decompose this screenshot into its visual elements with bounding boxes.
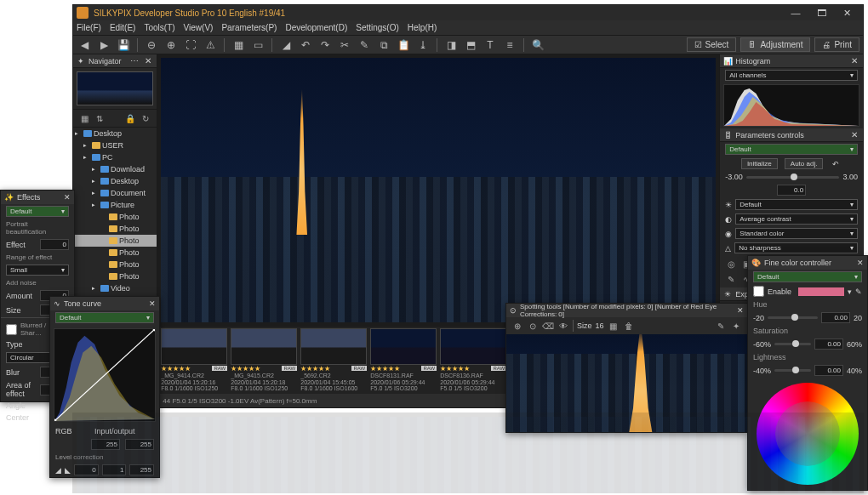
spot-wand-icon[interactable]: ✦ — [730, 320, 742, 332]
paste-icon[interactable]: 📋 — [396, 38, 411, 52]
spot-erase-icon[interactable]: ⌫ — [542, 320, 554, 332]
text-icon[interactable]: T — [483, 38, 498, 52]
thumbnail[interactable]: ★★★★★RAWDSCF8136.RAF2020/01/06 05:29:44F… — [440, 328, 506, 392]
tool-icon[interactable]: ✎ — [357, 38, 372, 52]
thumbnail[interactable]: ★★★★★RAW_5692.CR22020/01/04 15:45:05F8.0… — [300, 328, 367, 392]
warning-icon[interactable]: ⚠ — [203, 38, 218, 52]
menu-help[interactable]: Help(H) — [408, 23, 437, 32]
tree-item[interactable]: ▸Download — [73, 163, 157, 175]
tree-item[interactable]: Photo — [73, 223, 157, 235]
spot-copy-icon[interactable]: ⊕ — [511, 320, 523, 332]
thumbnail[interactable]: ★★★★★RAWDSCF8131.RAF2020/01/06 05:29:44F… — [370, 328, 437, 392]
zoom-out-icon[interactable]: ⊖ — [144, 38, 159, 52]
clip-icon[interactable]: ⬒ — [463, 38, 478, 52]
export-icon[interactable]: ⤓ — [415, 38, 431, 52]
mode-print[interactable]: 🖨Print — [814, 37, 859, 52]
sharp-dropdown[interactable]: No sharpness▾ — [734, 242, 858, 253]
tree-item[interactable]: ▸PC — [73, 151, 157, 163]
save-icon[interactable]: 💾 — [116, 38, 131, 52]
sort-icon[interactable]: ⇅ — [94, 112, 106, 124]
crop-icon[interactable]: ✂ — [337, 38, 352, 52]
align-icon[interactable]: ≡ — [502, 38, 517, 52]
menu-parameters[interactable]: Parameters(P) — [221, 23, 277, 32]
copy-icon[interactable]: ⧉ — [376, 38, 391, 52]
maximize-button[interactable]: 🗖 — [808, 8, 834, 18]
exposure-slider[interactable] — [746, 176, 840, 179]
menu-view[interactable]: View(V) — [184, 23, 214, 32]
tree-item[interactable]: ▸Picture — [73, 199, 157, 211]
hue-slider[interactable] — [768, 316, 818, 319]
fc-enable-checkbox[interactable] — [753, 286, 764, 297]
preset-dropdown[interactable]: Default▾ — [725, 144, 858, 155]
exposure-value[interactable]: 0.0 — [777, 185, 806, 196]
initialize-button[interactable]: Initialize — [741, 158, 778, 169]
forward-icon[interactable]: ▶ — [96, 38, 111, 52]
level-picker-icon[interactable]: ◢ — [55, 466, 61, 475]
tc-preset[interactable]: Default▾ — [55, 312, 154, 323]
layout-icon[interactable]: ▭ — [250, 38, 266, 52]
thumb-size-icon[interactable]: ▦ — [78, 112, 90, 124]
tree-item[interactable]: Photo — [73, 235, 157, 247]
zoom-fit-icon[interactable]: ⛶ — [183, 38, 198, 52]
tree-item[interactable]: ▸Desktop — [73, 175, 157, 187]
color-wheel[interactable] — [757, 383, 859, 485]
panel-menu-icon[interactable]: ⋯ — [129, 56, 140, 65]
navigator-thumbnail[interactable] — [77, 71, 153, 105]
undo-icon[interactable]: ↶ — [830, 160, 842, 168]
spot-brush-icon[interactable]: ✎ — [715, 320, 727, 332]
contrast-dropdown[interactable]: Average contrast▾ — [735, 213, 858, 225]
tree-item[interactable]: Photo — [73, 270, 157, 282]
thumbnail[interactable]: ★★★★★RAW_MG_9415.CR22020/01/04 15:20:18F… — [231, 328, 297, 392]
tree-item[interactable]: Photo — [73, 247, 157, 259]
rotate-left-icon[interactable]: ↶ — [298, 38, 313, 52]
spot-redeye-icon[interactable]: 👁 — [557, 320, 569, 332]
wb-dropdown[interactable]: Default▾ — [735, 199, 858, 210]
menu-tools[interactable]: Tools(T) — [144, 23, 174, 32]
panel-close-icon[interactable]: ✕ — [849, 56, 859, 65]
rotate-right-icon[interactable]: ↷ — [317, 38, 333, 52]
blur-checkbox[interactable] — [6, 324, 17, 335]
brush-icon[interactable]: ✎ — [725, 273, 737, 285]
compare-icon[interactable]: ◨ — [443, 38, 459, 52]
close-button[interactable]: ✕ — [834, 8, 859, 19]
spot-trash-icon[interactable]: 🗑 — [623, 320, 635, 332]
auto-adj-button[interactable]: Auto adj. — [785, 158, 824, 169]
range-dropdown[interactable]: Small▾ — [6, 265, 69, 276]
level-picker2-icon[interactable]: ◣ — [65, 466, 71, 475]
tree-item[interactable]: Photo — [73, 259, 157, 270]
histogram-icon[interactable]: ◢ — [278, 38, 294, 52]
tree-item[interactable]: ▸USER — [73, 139, 157, 151]
minimize-button[interactable]: — — [783, 8, 808, 18]
panel-close-icon[interactable]: ✕ — [143, 56, 153, 65]
menu-edit[interactable]: Edit(E) — [110, 23, 136, 32]
search-icon[interactable]: 🔍 — [530, 38, 545, 52]
channel-dropdown[interactable]: All channels▾ — [725, 70, 858, 81]
menu-file[interactable]: File(F) — [77, 23, 101, 32]
spot-grid-icon[interactable]: ▦ — [608, 320, 620, 332]
refresh-icon[interactable]: ↻ — [140, 112, 151, 124]
fc-color-swatch[interactable] — [798, 287, 844, 296]
spotting-preview[interactable] — [506, 334, 747, 432]
tree-item[interactable]: Photo — [73, 211, 157, 223]
eyedropper-icon[interactable]: ✎ — [855, 287, 862, 296]
spot-move-icon[interactable]: ⊙ — [527, 320, 539, 332]
image-viewport[interactable] — [161, 58, 716, 322]
chevron-down-icon[interactable]: ▾ — [848, 287, 852, 296]
color-dropdown[interactable]: Standard color▾ — [735, 228, 858, 239]
tree-item[interactable]: ▸Desktop — [73, 128, 157, 139]
mode-select[interactable]: ☑Select — [687, 37, 737, 52]
panel-close-icon[interactable]: ✕ — [849, 130, 859, 139]
mode-adjustment[interactable]: 🎚Adjustment — [740, 37, 810, 52]
effects-preset[interactable]: Default▾ — [6, 206, 69, 217]
menu-development[interactable]: Development(D) — [285, 23, 347, 32]
light-slider[interactable] — [774, 369, 811, 372]
sat-slider[interactable] — [774, 343, 811, 345]
menu-settings[interactable]: Settings(O) — [356, 23, 399, 32]
zoom-in-icon[interactable]: ⊕ — [163, 38, 179, 52]
back-icon[interactable]: ◀ — [77, 38, 92, 52]
grid-icon[interactable]: ▦ — [231, 38, 246, 52]
nr-icon[interactable]: ◎ — [725, 258, 737, 270]
tonecurve-graph[interactable] — [54, 328, 156, 422]
tree-item[interactable]: ▸Video — [73, 282, 157, 294]
fc-preset[interactable]: Default▾ — [753, 271, 862, 282]
